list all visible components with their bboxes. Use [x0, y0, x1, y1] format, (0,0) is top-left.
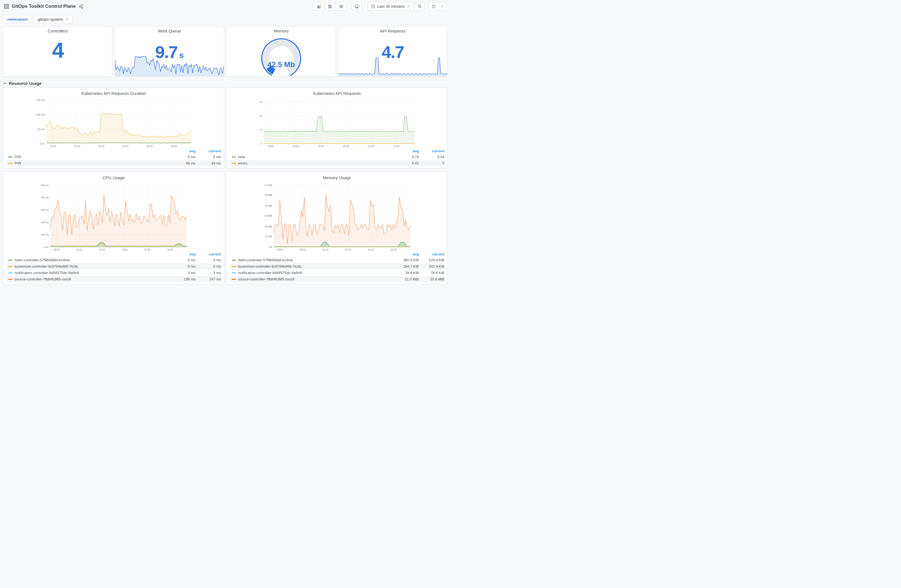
series-color-dash	[8, 272, 12, 274]
series-current-value: 302.4 KiB	[419, 264, 444, 269]
legend-row[interactable]: kustomize-controller-6c6784b468-7kzfp5 m…	[6, 263, 221, 269]
refresh-interval-dropdown[interactable]	[438, 2, 447, 11]
time-series-plot[interactable]: 15:0515:1015:1515:2015:2515:300 ns50 ms1…	[6, 96, 221, 148]
legend-column[interactable]: avg	[393, 252, 419, 256]
chevron-down-icon	[65, 18, 69, 21]
series-color-dash	[232, 260, 236, 261]
series-name: errors	[238, 161, 394, 165]
legend-row[interactable]: errors0.010	[229, 160, 445, 166]
legend-header: avgcurrent	[229, 148, 445, 154]
legend-row[interactable]: P9948 ms43 ms	[6, 160, 221, 166]
series-current-value: 43 ms	[196, 161, 221, 165]
panel-title[interactable]: Memory	[227, 26, 335, 34]
panel-title[interactable]: Work Queue	[115, 26, 224, 34]
save-dashboard-button[interactable]	[325, 2, 335, 11]
svg-text:0 B: 0 B	[268, 246, 272, 249]
series-name: kustomize-controller-6c6784b468-7kzfp	[238, 264, 394, 269]
svg-text:15:15: 15:15	[318, 145, 324, 148]
legend-row[interactable]: helm-controller-57f9b56bbf-k24mk360.5 Ki…	[229, 257, 445, 263]
template-variables-row: namespace gitops-system	[0, 13, 450, 25]
page-title: GitOps Toolkit Control Plane	[12, 4, 76, 9]
panel-title[interactable]: API Requests	[338, 26, 447, 34]
series-color-dash	[8, 266, 12, 267]
series-avg-value: 5 ms	[170, 264, 196, 269]
legend-row[interactable]: notification-controller-6d56575dc-5w9n93…	[6, 269, 221, 276]
series-current-value: 4 ms	[196, 258, 221, 262]
legend-column[interactable]: avg	[170, 252, 196, 256]
legend-column[interactable]: current	[419, 252, 444, 256]
stat-value: 4	[52, 38, 63, 62]
series-color-dash	[8, 260, 12, 261]
legend: avgcurrentP505 ms5 msP9948 ms43 ms	[6, 148, 221, 166]
memory-gauge: 42.5 Mb	[251, 34, 311, 76]
svg-text:15:05: 15:05	[277, 248, 283, 251]
legend-header: avgcurrent	[6, 251, 221, 257]
svg-text:15:10: 15:10	[74, 145, 80, 148]
stat-unit: s	[179, 50, 184, 60]
zoom-out-button[interactable]	[415, 2, 425, 11]
panel-title[interactable]: Memory Usage	[229, 173, 445, 180]
legend-row[interactable]: helm-controller-57f9b56bbf-k24mk5 ms4 ms	[6, 257, 221, 263]
svg-text:38 MiB: 38 MiB	[265, 204, 272, 207]
svg-text:15:05: 15:05	[53, 248, 59, 251]
legend-row[interactable]: P505 ms5 ms	[6, 154, 221, 160]
refresh-button-group	[429, 2, 447, 11]
series-current-value: 5 ms	[196, 155, 221, 159]
settings-gear-button[interactable]	[336, 2, 346, 11]
namespace-select[interactable]: gitops-system	[34, 15, 73, 23]
refresh-button[interactable]	[429, 2, 438, 11]
legend-column[interactable]: current	[196, 149, 221, 153]
time-series-plot[interactable]: 15:0515:1015:1515:2015:2515:300 B10 MiB1…	[229, 180, 445, 251]
legend-column[interactable]: avg	[393, 149, 419, 153]
legend-header: avgcurrent	[229, 251, 445, 257]
add-panel-button[interactable]	[314, 2, 324, 11]
panel-controllers: Controllers 4	[3, 26, 112, 76]
series-avg-value: 284.7 KiB	[393, 264, 419, 269]
series-name: P99	[15, 161, 170, 165]
panel-memory-usage: Memory Usage 15:0515:1015:1515:2015:2515…	[226, 172, 448, 284]
series-color-dash	[232, 266, 236, 267]
series-color-dash	[232, 163, 236, 164]
svg-text:15:20: 15:20	[122, 145, 128, 148]
panel-title[interactable]: Controllers	[3, 26, 112, 34]
time-series-plot[interactable]: 15:0515:1015:1515:2015:2515:300 ns100 ms…	[6, 180, 221, 251]
legend: avgcurrenttotal4.744.44errors0.010	[229, 148, 445, 166]
charts-grid: Kubernetes API Requests Duration 15:0515…	[0, 87, 450, 284]
svg-text:15:25: 15:25	[144, 248, 150, 251]
legend-row[interactable]: notification-controller-6d56575dc-5w9n97…	[229, 269, 445, 276]
tv-mode-button[interactable]	[352, 2, 362, 11]
chevron-down-icon	[407, 5, 410, 8]
svg-text:57 MiB: 57 MiB	[265, 184, 272, 187]
time-range-picker[interactable]: Last 30 minutes	[367, 2, 413, 11]
legend-row[interactable]: kustomize-controller-6c6784b468-7kzfp284…	[229, 263, 445, 269]
svg-text:300 ms: 300 ms	[41, 208, 49, 212]
time-series-plot[interactable]: 15:0515:1015:1515:2015:2515:30051015	[229, 96, 445, 148]
legend-row[interactable]: total4.744.44	[229, 154, 445, 160]
dashboard-grid-icon[interactable]	[4, 4, 9, 9]
legend-row[interactable]: source-controller-7fb84fc985-zvsz821.0 M…	[229, 276, 445, 282]
svg-text:200 ms: 200 ms	[41, 221, 49, 224]
legend-header: avgcurrent	[6, 148, 221, 154]
legend-column[interactable]: avg	[170, 149, 196, 153]
panel-memory: Memory 42.5 Mb	[226, 26, 336, 76]
panel-title[interactable]: CPU Usage	[6, 173, 221, 180]
variable-label: namespace	[3, 15, 32, 23]
svg-text:15:30: 15:30	[393, 145, 399, 148]
row-resource-usage[interactable]: Resource Usage	[0, 76, 450, 87]
svg-text:15:30: 15:30	[170, 145, 177, 148]
series-current-value: 20.6 MiB	[419, 277, 444, 281]
legend-column[interactable]: current	[419, 149, 444, 153]
svg-text:15:15: 15:15	[322, 248, 328, 251]
panel-title[interactable]: Kubernetes API Requests	[229, 89, 445, 96]
panel-k8s-api-requests-duration: Kubernetes API Requests Duration 15:0515…	[3, 87, 224, 168]
series-color-dash	[232, 279, 236, 280]
series-name: P50	[15, 155, 170, 159]
share-icon[interactable]	[78, 4, 83, 9]
stat-panels-row: Controllers 4 Work Queue 9.7s Memory 42.…	[0, 25, 450, 76]
legend-column[interactable]: current	[196, 252, 221, 256]
svg-text:15:05: 15:05	[50, 145, 56, 148]
panel-title[interactable]: Kubernetes API Requests Duration	[6, 89, 221, 96]
series-name: source-controller-7fb84fc985-zvsz8	[238, 277, 394, 281]
series-avg-value: 0.01	[393, 161, 419, 165]
legend-row[interactable]: source-controller-7fb84fc985-zvsz8236 ms…	[6, 276, 221, 282]
